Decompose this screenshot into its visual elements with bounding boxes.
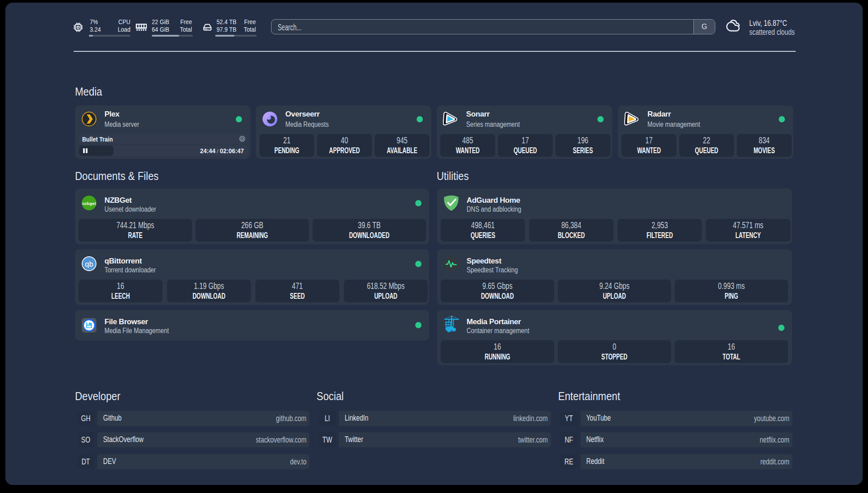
svg-text:nzbget: nzbget [82,201,96,206]
svg-text:qb: qb [85,260,93,268]
